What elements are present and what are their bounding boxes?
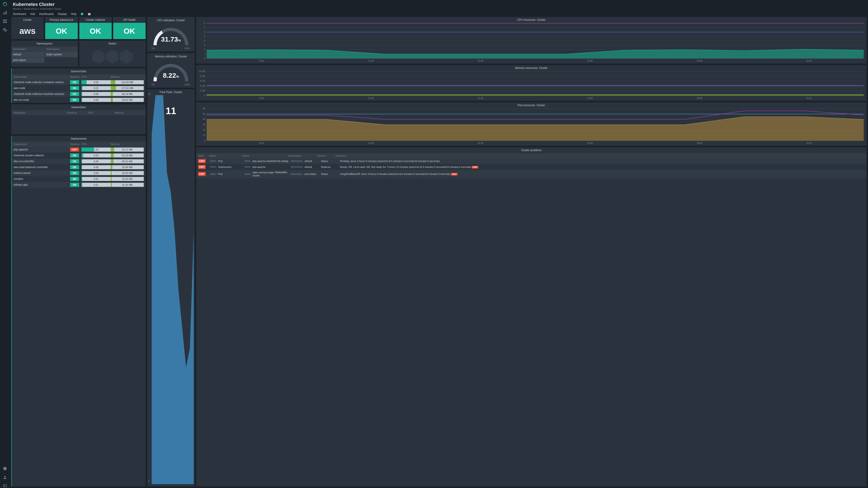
calendar-icon[interactable] (88, 12, 91, 15)
apps-icon[interactable] (3, 19, 7, 24)
svg-text:13:40: 13:40 (477, 60, 483, 62)
table-row[interactable]: aws-load-balancer-controller OK 0.00 33.… (12, 164, 146, 170)
status-badge: OK (70, 92, 79, 96)
cpu-bar: 0.00 (81, 92, 111, 96)
daemonsets-panel: DaemonSets DaemonSet Replicas CPU Memory… (11, 68, 146, 103)
namespace-item[interactable]: kube-system (45, 52, 78, 57)
svg-text:8: 8 (204, 22, 205, 24)
memory-bar: 16.32 MB (111, 183, 144, 187)
row-name: checkmk-cluster-collector (13, 154, 70, 157)
memory-bar: 18.55 MB (111, 177, 144, 181)
svg-rect-4 (5, 20, 6, 21)
state-badge: CRIT (198, 165, 206, 169)
table-row[interactable]: ebs-csi-controller OK 0.00 68.41 MB (12, 158, 146, 164)
state-badge: CRIT (198, 159, 206, 163)
cpu-resources-chart: CPU resources: Cluster 01234567813:2013:… (196, 17, 866, 64)
memory-gauge: Memory utilization: Cluster 8.22% 0%100% (147, 53, 195, 88)
svg-text:10 GB: 10 GB (199, 70, 206, 72)
svg-marker-41 (207, 49, 864, 59)
svg-text:6: 6 (204, 31, 205, 33)
svg-rect-2 (6, 11, 6, 14)
status-badge: OK (70, 159, 79, 163)
memory-bar: 60.14 MB (111, 92, 144, 96)
table-row[interactable]: checkmk-cluster-collector OK 0.03 81.53 … (12, 153, 146, 158)
memory-bar: 18.92 MB (111, 171, 144, 175)
node-hex-icon[interactable] (106, 50, 119, 64)
status-badge: OK (70, 165, 79, 169)
table-row[interactable]: coredns OK 0.01 18.55 MB (12, 176, 146, 182)
status-badge: OK (70, 153, 79, 158)
table-row[interactable]: ebs-csi-node OK 0.00 59.61 MB (12, 97, 146, 103)
svg-rect-5 (3, 22, 4, 23)
menu-dashboards[interactable]: Dashboards (39, 12, 54, 15)
cluster-value: aws (11, 23, 43, 39)
row-name: metrics-server (13, 171, 70, 175)
table-row[interactable]: metrics-server OK 0.00 18.92 MB (12, 170, 146, 176)
settings-icon[interactable] (3, 28, 7, 32)
status-badge: OK (70, 183, 79, 187)
memory-bar: 154.68 MB (111, 80, 144, 84)
collector-card: Cluster collector OK (79, 17, 112, 39)
page-title: Kubernetes Cluster (13, 2, 865, 7)
table-row[interactable]: checkmk-node-collector-container-metrics… (12, 79, 146, 85)
svg-text:2: 2 (204, 48, 205, 51)
refresh-icon[interactable] (81, 12, 84, 15)
svg-text:13:40: 13:40 (477, 142, 483, 144)
svg-text:13:30: 13:30 (368, 60, 374, 62)
statefulsets-panel: StatefulSets StatefulSet Replicas CPU Me… (11, 104, 146, 134)
menu-help[interactable]: Help (71, 12, 76, 15)
logo-icon[interactable] (3, 2, 7, 6)
row-name: coredns (13, 177, 70, 181)
monitor-icon[interactable] (3, 10, 7, 15)
svg-rect-15 (88, 13, 91, 13)
problems-panel: Cluster problems State Object Name Names… (196, 147, 866, 486)
svg-text:0: 0 (204, 94, 205, 97)
svg-text:5: 5 (204, 35, 205, 38)
svg-text:14:10: 14:10 (806, 142, 812, 144)
row-name: ebs-csi-node (13, 98, 70, 101)
svg-text:10: 10 (203, 134, 206, 136)
table-row[interactable]: infinite-calls OK 0.01 16.32 MB (12, 182, 146, 188)
namespace-item[interactable]: pod-status (11, 57, 44, 63)
freepods-panel: Free Pods: Cluster 20 0 11 (147, 89, 195, 486)
problem-row[interactable]: CRIT ObjectPod Namephp-apache-6cb4d4d74b… (196, 158, 866, 164)
problem-row[interactable]: CRIT ObjectDeployment Namephp-apache Nam… (196, 164, 866, 170)
menu-dashboard[interactable]: Dashboard (13, 12, 26, 15)
node-hex-icon[interactable] (92, 50, 105, 64)
svg-point-9 (5, 467, 5, 468)
table-row[interactable]: aws-node OK 0.01 172.91 MB (12, 85, 146, 91)
svg-text:4 GB: 4 GB (200, 85, 205, 87)
svg-text:13:30: 13:30 (368, 97, 374, 99)
problem-row[interactable]: CRIT ObjectPod Namenginx-wrong-image-799… (196, 170, 866, 178)
status-badge: OK (70, 171, 79, 175)
sidebar-toggle-icon[interactable] (3, 484, 7, 488)
table-row[interactable]: php-apache CRIT 1.53 92.21 MB (12, 147, 146, 153)
menubar: Dashboard Add Dashboards Display Help (10, 11, 868, 17)
svg-marker-60 (207, 95, 864, 96)
cpu-bar: 0.01 (81, 183, 111, 187)
cpu-bar: 0.00 (81, 165, 111, 169)
status-badge: OK (70, 86, 79, 90)
cluster-label: Cluster (11, 17, 43, 23)
namespace-item[interactable]: default (11, 52, 44, 57)
memory-bar: 92.21 MB (111, 148, 144, 152)
menu-add[interactable]: Add (30, 12, 35, 15)
cpu-bar: 1.53 (81, 148, 111, 152)
svg-point-10 (4, 476, 6, 477)
api-health-card: API health OK (113, 17, 146, 39)
info-icon[interactable] (3, 466, 7, 471)
memory-bar: 33.99 MB (111, 165, 144, 169)
svg-text:8 GB: 8 GB (200, 75, 205, 77)
memory-resources-chart: Memory resources: Cluster 02 GB4 GB6 GB8… (196, 65, 866, 101)
table-row[interactable]: checkmk-node-collector-machine-sections … (12, 91, 146, 97)
svg-text:2 GB: 2 GB (200, 90, 205, 92)
svg-text:13:20: 13:20 (258, 142, 264, 144)
breadcrumb[interactable]: Monitor > Applications > Kubernetes Clus… (13, 7, 865, 10)
cluster-card: Cluster aws (11, 17, 43, 39)
user-icon[interactable] (3, 475, 7, 480)
svg-text:0: 0 (204, 139, 205, 142)
node-hex-icon[interactable] (120, 50, 133, 64)
state-badge: CRIT (198, 172, 206, 176)
svg-rect-11 (3, 485, 6, 487)
menu-display[interactable]: Display (58, 12, 67, 15)
